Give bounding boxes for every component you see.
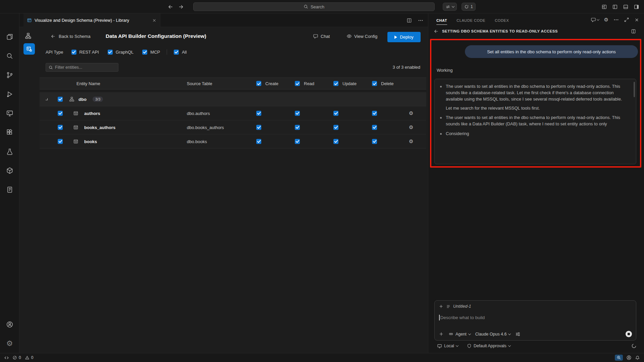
back-icon[interactable] <box>434 29 439 34</box>
group-checkbox[interactable] <box>58 97 63 102</box>
update-checkbox[interactable] <box>333 139 338 144</box>
thinking-item: Considering <box>440 131 629 137</box>
read-all-checkbox[interactable] <box>295 81 300 86</box>
sidebar-item-search[interactable] <box>0 46 19 65</box>
maximize-panel-icon[interactable] <box>624 17 629 22</box>
table-row[interactable]: authors dbo.authors ⚙ <box>40 106 426 120</box>
read-checkbox[interactable] <box>295 139 300 144</box>
sidebar-item-run-debug[interactable] <box>0 84 19 104</box>
delete-checkbox[interactable] <box>372 125 377 130</box>
more-actions-icon[interactable] <box>418 18 423 23</box>
sidebar-item-settings[interactable]: ⚙ <box>0 334 19 353</box>
model-picker[interactable]: Claude Opus 4.6 <box>475 332 511 337</box>
table-icon <box>73 111 78 116</box>
thinking-box[interactable]: The user wants to set all entities in th… <box>434 79 636 164</box>
chat-history-icon[interactable] <box>591 17 599 22</box>
update-all-checkbox[interactable] <box>333 81 338 86</box>
layout-controls <box>601 0 639 13</box>
accounts-status-icon[interactable] <box>626 355 632 360</box>
filter-entities-input[interactable] <box>55 65 115 70</box>
sync-status-button[interactable]: 1 <box>462 3 476 11</box>
close-tab-icon[interactable] <box>152 18 157 23</box>
stop-button[interactable] <box>626 331 632 337</box>
eye-icon <box>346 34 352 39</box>
zoom-status-button[interactable] <box>615 355 623 361</box>
schema-group-row[interactable]: dbo 3/3 <box>40 92 426 106</box>
editor-tab-bar: Visualize and Design Schema (Preview) - … <box>19 13 428 27</box>
context-file-name[interactable]: Untitled-1 <box>453 304 471 309</box>
sidebar-item-database-projects[interactable] <box>0 161 19 180</box>
update-checkbox[interactable] <box>333 125 338 130</box>
toggle-panel-icon[interactable] <box>623 4 629 10</box>
create-all-checkbox[interactable] <box>256 81 261 86</box>
create-checkbox[interactable] <box>256 139 261 144</box>
read-checkbox[interactable] <box>295 125 300 130</box>
schema-designer-view-icon[interactable] <box>25 33 32 39</box>
collapse-group-icon[interactable] <box>46 98 48 100</box>
split-editor-icon[interactable] <box>407 18 412 23</box>
chat-button[interactable]: Chat <box>313 34 330 39</box>
sidebar-item-notebooks[interactable] <box>0 180 19 199</box>
command-center-search[interactable]: Search <box>193 2 435 11</box>
update-checkbox[interactable] <box>333 111 338 116</box>
dab-config-view-button[interactable] <box>23 43 35 55</box>
table-row[interactable]: books_authors dbo.books_authors ⚙ <box>40 120 426 134</box>
sidebar-item-extensions[interactable] <box>0 123 19 142</box>
back-to-schema-link[interactable]: Back to Schema <box>51 34 91 39</box>
delete-checkbox[interactable] <box>372 139 377 144</box>
notifications-bell-icon[interactable] <box>635 355 640 360</box>
tab-visualize-design-schema[interactable]: Visualize and Design Schema (Preview) - … <box>23 13 160 27</box>
mode-picker[interactable]: Agent <box>448 331 471 337</box>
sidebar-item-accounts[interactable] <box>0 315 19 334</box>
row-enable-checkbox[interactable] <box>58 139 63 144</box>
more-actions-icon[interactable] <box>613 17 619 22</box>
graphql-checkbox[interactable] <box>108 50 113 55</box>
problems-indicator[interactable]: 0 0 <box>12 355 33 360</box>
chat-settings-icon[interactable]: ⚙ <box>604 17 608 22</box>
sidebar-item-explorer[interactable] <box>0 27 19 46</box>
run-debug-icon <box>6 90 13 98</box>
all-checkbox[interactable] <box>174 50 179 55</box>
table-row[interactable]: books dbo.books ⚙ <box>40 134 426 148</box>
open-in-editor-icon[interactable] <box>631 29 636 34</box>
delete-all-checkbox[interactable] <box>372 81 377 86</box>
row-settings-icon[interactable]: ⚙ <box>409 139 413 144</box>
chat-input-box[interactable]: Untitled-1 Describe what to build Agent <box>434 300 636 341</box>
sidebar-item-remote-explorer[interactable] <box>0 104 19 123</box>
customize-layout-icon[interactable] <box>601 4 607 10</box>
scrollbar-thumb[interactable] <box>634 82 635 97</box>
approvals-picker[interactable]: Default Approvals <box>467 344 511 348</box>
row-enable-checkbox[interactable] <box>58 111 63 116</box>
user-message-bubble: Set all entities in the dbo schema to pe… <box>465 45 638 58</box>
entity-name-header: Entity Name <box>76 81 100 86</box>
delete-checkbox[interactable] <box>372 111 377 116</box>
row-settings-icon[interactable]: ⚙ <box>409 111 413 116</box>
close-panel-icon[interactable] <box>634 17 639 22</box>
chat-sessions-button[interactable] <box>443 3 457 11</box>
row-settings-icon[interactable]: ⚙ <box>409 125 413 130</box>
attach-icon[interactable] <box>439 331 444 337</box>
tab-chat[interactable]: CHAT <box>436 15 447 25</box>
create-checkbox[interactable] <box>256 111 261 116</box>
row-enable-checkbox[interactable] <box>58 125 63 130</box>
add-context-icon[interactable] <box>439 304 443 309</box>
toggle-primary-sidebar-icon[interactable] <box>612 4 618 10</box>
history-back-icon[interactable] <box>168 4 173 10</box>
tab-claude-code[interactable]: CLAUDE CODE <box>457 15 485 24</box>
rest-api-checkbox[interactable] <box>71 50 76 55</box>
text-cursor <box>439 315 440 320</box>
prompt-row[interactable]: Describe what to build <box>439 315 485 320</box>
view-config-button[interactable]: View Config <box>346 34 377 39</box>
toggle-secondary-sidebar-icon[interactable] <box>634 4 639 10</box>
deploy-button[interactable]: Deploy <box>387 32 421 42</box>
mcp-checkbox[interactable] <box>142 50 147 55</box>
tab-codex[interactable]: CODEX <box>495 15 509 24</box>
sidebar-item-source-control[interactable] <box>0 65 19 84</box>
create-checkbox[interactable] <box>256 125 261 130</box>
target-picker[interactable]: Local <box>437 344 458 349</box>
history-forward-icon[interactable] <box>178 4 184 10</box>
tools-config-icon[interactable] <box>515 331 521 337</box>
sidebar-item-testing[interactable] <box>0 142 19 161</box>
remote-indicator-icon[interactable] <box>4 355 9 360</box>
read-checkbox[interactable] <box>295 111 300 116</box>
